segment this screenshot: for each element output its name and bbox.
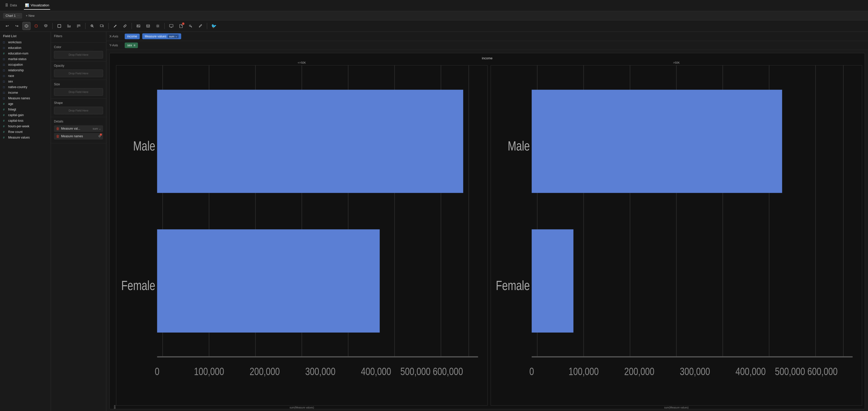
hash-icon: # (3, 130, 7, 134)
string-icon: □ (3, 46, 7, 50)
toolbar-sep-4 (131, 23, 132, 29)
field-item-occupation[interactable]: □ occupation ⋯ (0, 62, 51, 67)
svg-text:100,000: 100,000 (568, 365, 599, 377)
field-item-row-count[interactable]: # Row count ⋯ (0, 129, 51, 135)
field-label: education-num (8, 52, 43, 55)
sort-desc-button[interactable] (74, 22, 83, 30)
field-item-native-country[interactable]: □ native-country ⋯ (0, 84, 51, 90)
hash-icon: # (3, 108, 7, 111)
field-item-race[interactable]: □ race ⋯ (0, 73, 51, 79)
new-tab-button[interactable]: + New (23, 13, 37, 19)
field-label: fnlwgt (8, 108, 43, 111)
redo-button[interactable]: ↪ (13, 22, 21, 30)
link-button[interactable] (121, 22, 129, 30)
field-label: native-country (8, 85, 43, 89)
y-axis-sort-icon[interactable]: ≡ (133, 43, 135, 47)
brush-button[interactable] (196, 22, 204, 30)
chart-icon: 📊 (25, 3, 29, 7)
svg-rect-7 (147, 25, 150, 27)
sort-asc-button[interactable] (65, 22, 73, 30)
chart-left-x-label: sum(Measure values) (116, 406, 488, 409)
field-label: sex (8, 80, 43, 83)
hash-icon: # (3, 52, 7, 55)
pen-button[interactable] (111, 22, 119, 30)
key-button[interactable] (187, 22, 195, 30)
detail-settings-icon[interactable]: ⚙ ! (98, 135, 101, 138)
field-item-measure-values[interactable]: # Measure values ⋯ (0, 135, 51, 140)
svg-text:Female: Female (121, 278, 155, 293)
detail-delete-icon[interactable]: 🗑 (56, 126, 60, 130)
hash-icon: # (3, 136, 7, 139)
field-item-education[interactable]: □ education ⋯ (0, 45, 51, 51)
undo-button[interactable]: ↩ (3, 22, 11, 30)
field-item-marital-status[interactable]: □ marital-status ⋯ (0, 56, 51, 62)
svg-point-0 (35, 25, 37, 27)
paint-button[interactable] (32, 22, 40, 30)
bar-right-male[interactable] (532, 90, 782, 193)
shape-drop-zone[interactable]: Drop Field Here (54, 107, 103, 114)
nav-visualization[interactable]: 📊 Visualization (24, 1, 50, 10)
bar-left-female[interactable] (157, 229, 380, 332)
detail-delete-icon[interactable]: 🗑 (56, 134, 60, 138)
field-item-capital-gain[interactable]: # capital-gain ⋯ (0, 112, 51, 118)
field-item-education-num[interactable]: # education-num ⋯ (0, 51, 51, 56)
color-drop-zone[interactable]: Drop Field Here (54, 51, 103, 59)
chart-panels: <=50K (116, 61, 862, 409)
chart-panel-left: <=50K (116, 61, 488, 409)
field-item-sex[interactable]: □ sex ⋯ (0, 79, 51, 84)
detail-agg[interactable]: sum ⌄ (93, 127, 101, 130)
string-icon: □ (3, 69, 7, 72)
chart-panel-left-title: <=50K (116, 61, 488, 64)
bar-right-female[interactable] (532, 229, 573, 332)
screen-button[interactable] (167, 22, 175, 30)
screen-icon (169, 24, 173, 28)
rect-button[interactable] (55, 22, 63, 30)
doc-button[interactable]: ! (177, 22, 185, 30)
field-item-fnlwgt[interactable]: # fnlwgt ⋯ (0, 107, 51, 112)
x-axis-field-pill[interactable]: income (125, 34, 140, 39)
x-field-label: income (127, 35, 137, 38)
svg-rect-9 (169, 25, 173, 27)
field-label: Measure names (8, 96, 43, 100)
field-label: Row count (8, 130, 43, 134)
opacity-drop-zone[interactable]: Drop Field Here (54, 69, 103, 77)
field-item-hours-per-week[interactable]: # hours-per-week ⋯ (0, 123, 51, 129)
field-item-workclass[interactable]: □ workclass ⋯ (0, 39, 51, 45)
chart-panel-right-viz: Male Female 0 (491, 65, 862, 406)
chart-frame: income sex <=50K (110, 53, 865, 409)
cube-button[interactable] (22, 22, 31, 30)
bar-left-male[interactable] (157, 90, 463, 193)
x-agg-control[interactable]: sum ⌄ (168, 34, 179, 38)
field-label: age (8, 102, 43, 106)
image-button[interactable] (134, 22, 143, 30)
field-item-capital-loss[interactable]: # capital-loss ⋯ (0, 118, 51, 123)
field-item-measure-names[interactable]: □ Measure names ⋯ (0, 95, 51, 101)
zoom-button[interactable] (88, 22, 96, 30)
field-item-income[interactable]: □ income ⋯ (0, 90, 51, 95)
field-item-relationship[interactable]: □ relationship ⋯ (0, 67, 51, 73)
layers-button[interactable] (42, 22, 50, 30)
y-axis-field-pill[interactable]: sex ≡ (125, 42, 138, 48)
size-drop-zone[interactable]: Drop Field Here (54, 88, 103, 96)
x-axis-measure-pill[interactable]: Measure values sum ⌄ (142, 33, 181, 39)
svg-rect-4 (100, 25, 103, 27)
chart-tab-1[interactable]: Chart 1 ⋯ (3, 13, 22, 19)
bar-chart-left-svg: Male Female 0 (116, 65, 487, 405)
brush-icon (198, 24, 202, 28)
svg-text:Female: Female (496, 278, 530, 293)
nav-data[interactable]: 🗄 Data (4, 1, 18, 10)
sort-desc-icon (76, 24, 81, 28)
y-axis-label: Y-Axis (110, 43, 122, 47)
chart-panel-left-viz: Male Female 0 (116, 65, 488, 406)
table-button[interactable] (144, 22, 152, 30)
filters-section: Filters (51, 32, 106, 43)
settings-button[interactable] (154, 22, 162, 30)
field-label: Measure values (8, 136, 43, 139)
field-item-age[interactable]: # age ⋯ (0, 101, 51, 107)
field-label: education (8, 46, 43, 50)
string-icon: □ (3, 97, 7, 100)
chart-tab-menu-icon[interactable]: ⋯ (17, 14, 20, 17)
bird-button[interactable]: 🐦 (210, 22, 218, 30)
resize-button[interactable] (98, 22, 106, 30)
svg-rect-2 (58, 25, 61, 28)
